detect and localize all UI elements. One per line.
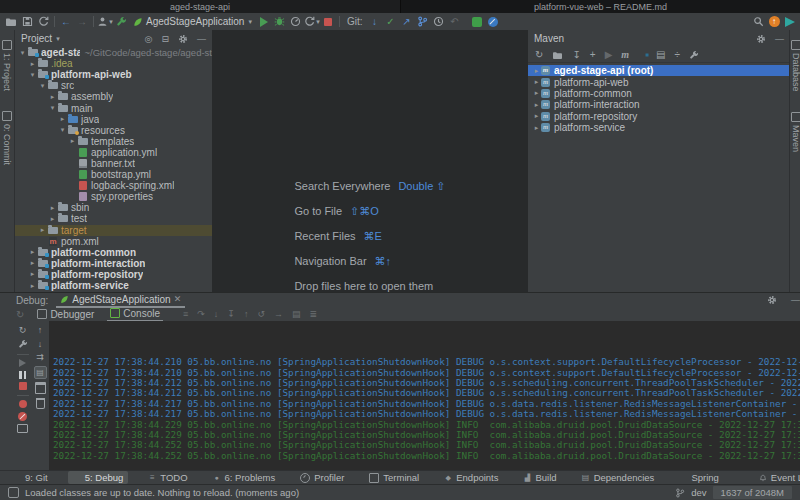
print-icon[interactable] [35, 382, 46, 394]
tree-arrow-icon[interactable] [48, 104, 57, 112]
project-panel-title[interactable]: Project [21, 33, 52, 44]
stop-icon[interactable] [19, 382, 27, 390]
status-message[interactable]: Loaded classes are up to date. Nothing t… [25, 487, 299, 498]
tab-console[interactable]: Console [107, 306, 163, 322]
tool-stripe-button[interactable]: 1: Project [2, 40, 12, 91]
tree-arrow-icon[interactable] [532, 78, 541, 86]
debug-button[interactable] [272, 15, 288, 29]
tool-window-button[interactable]: Dependencies [577, 471, 660, 484]
thread-dump-icon[interactable] [17, 424, 28, 433]
maven-project-row[interactable]: m platform-interaction [528, 99, 790, 110]
editor-area[interactable]: Search EverywhereDouble ⇧ Go to File⇧⌘O … [213, 30, 527, 292]
tool-stripe-button[interactable]: Database [791, 40, 800, 92]
tool-window-button[interactable]: Build [519, 471, 562, 484]
event-log-button[interactable]: Event Log [754, 471, 800, 484]
tree-arrow-icon[interactable] [28, 60, 37, 68]
run-to-cursor-icon[interactable]: → [274, 309, 283, 319]
tree-row[interactable]: aged-stage-api ~/GitCode/aged-stage/aged… [15, 47, 212, 58]
tree-arrow-icon[interactable] [58, 115, 67, 123]
step-over-icon[interactable]: ↷ [197, 309, 205, 319]
history-clock-icon[interactable] [431, 15, 447, 29]
rerun-icon[interactable]: ↻ [16, 309, 24, 320]
tree-row[interactable]: platform-interaction [15, 258, 212, 269]
tree-row[interactable]: src [15, 80, 212, 91]
gear-icon[interactable] [756, 33, 766, 44]
chevron-down-icon[interactable]: ▾ [56, 35, 60, 43]
stop-button[interactable] [320, 15, 336, 29]
tool-window-button[interactable]: Endpoints [439, 471, 503, 484]
hide-panel-icon[interactable]: — [775, 34, 784, 44]
tree-arrow-icon[interactable] [28, 259, 37, 267]
gear-icon[interactable] [178, 33, 188, 44]
tool-window-button[interactable]: 9: Git [8, 471, 53, 484]
close-icon[interactable]: ✕ [174, 294, 182, 304]
plugin-blue-icon[interactable] [485, 15, 501, 29]
step-out-icon[interactable]: ↑ [244, 309, 249, 319]
tool-window-button[interactable]: 6: Problems [208, 471, 281, 484]
tree-arrow-icon[interactable] [48, 93, 57, 101]
tree-arrow-icon[interactable] [28, 71, 37, 79]
tree-row[interactable]: templates [15, 136, 212, 147]
tree-arrow-icon[interactable] [28, 282, 37, 290]
maven-download-icon[interactable]: ↧ [572, 49, 580, 60]
maven-project-row[interactable]: m platform-api-web [528, 76, 790, 87]
tree-row[interactable]: platform-repository [15, 269, 212, 280]
view-options-icon[interactable]: ≣ [309, 309, 317, 319]
tree-row[interactable]: platform-api-web [15, 69, 212, 80]
maven-run-icon[interactable]: ▶ [605, 49, 613, 60]
tree-arrow-icon[interactable] [532, 89, 541, 97]
maven-refresh-icon[interactable]: ↻ [535, 49, 543, 60]
maven-execute-goal-icon[interactable]: m [621, 49, 629, 60]
coverage-button[interactable]: ▾ [304, 15, 320, 29]
maven-project-row[interactable]: m platform-common [528, 88, 790, 99]
git-update-icon[interactable]: ↓ [367, 15, 383, 29]
tree-arrow-icon[interactable] [28, 248, 37, 256]
tree-row[interactable]: application.yml [15, 147, 212, 158]
console-output[interactable]: 2022-12-27 17:38:44.210 05.bb.online.no … [49, 321, 800, 471]
tree-arrow-icon[interactable] [38, 82, 47, 90]
back-icon[interactable]: ← [58, 15, 74, 29]
tree-arrow-icon[interactable] [58, 126, 67, 134]
run-configuration-select[interactable]: AgedStageApplication ▾ [133, 16, 252, 27]
forward-icon[interactable]: → [74, 15, 90, 29]
run-button[interactable] [256, 15, 272, 29]
tree-arrow-icon[interactable] [48, 204, 57, 212]
tree-row[interactable]: banner.txt [15, 158, 212, 169]
git-commit-icon[interactable]: ✓ [383, 15, 399, 29]
reload-notification-icon[interactable] [8, 487, 19, 498]
tree-row[interactable]: m pom.xml [15, 236, 212, 247]
maven-expand-icon[interactable]: ▤ [656, 49, 665, 60]
tool-stripe-button[interactable]: 0: Commit [2, 111, 12, 165]
tree-row[interactable]: assembly [15, 91, 212, 102]
tree-arrow-icon[interactable] [68, 137, 77, 145]
tree-row[interactable]: target [15, 225, 212, 236]
user-icon[interactable]: ▾ [97, 15, 113, 29]
tool-stripe-button[interactable]: Maven [791, 112, 800, 152]
tree-row[interactable]: bootstrap.yml [15, 169, 212, 180]
maven-generate-sources-icon[interactable] [552, 49, 563, 60]
tree-row[interactable]: resources [15, 125, 212, 136]
tool-window-button[interactable]: 5: Debug [68, 471, 129, 484]
collapse-all-icon[interactable]: ⊟ [161, 34, 169, 44]
plugin-green-icon[interactable] [469, 15, 485, 29]
tree-arrow-icon[interactable] [532, 124, 541, 132]
rollback-icon[interactable]: ↶ [447, 15, 463, 29]
wrench-icon[interactable] [113, 15, 129, 29]
force-step-into-icon[interactable]: ↧ [227, 309, 235, 319]
gear-icon[interactable] [767, 295, 777, 306]
maven-project-row[interactable]: m platform-service [528, 122, 790, 133]
memory-indicator[interactable]: 1637 of 2048M [713, 486, 792, 499]
edit-config-wrench-icon[interactable] [18, 339, 28, 350]
rerun-app-icon[interactable]: ↻ [19, 325, 27, 335]
tool-window-button[interactable]: TODO [143, 471, 192, 484]
tree-row[interactable]: .idea [15, 58, 212, 69]
save-all-icon[interactable] [19, 15, 35, 29]
maven-collapse-icon[interactable]: ÷ [675, 49, 681, 60]
hide-panel-icon[interactable]: — [791, 295, 800, 305]
maven-project-row[interactable]: m aged-stage-api (root) [528, 65, 790, 76]
tree-arrow-icon[interactable] [38, 226, 47, 234]
maven-add-icon[interactable]: + [590, 49, 596, 60]
evaluate-icon[interactable]: ▤ [292, 309, 301, 319]
mute-breakpoints-icon[interactable] [18, 412, 27, 421]
window-title-right[interactable]: platform-vue-web – README.md [400, 0, 800, 13]
